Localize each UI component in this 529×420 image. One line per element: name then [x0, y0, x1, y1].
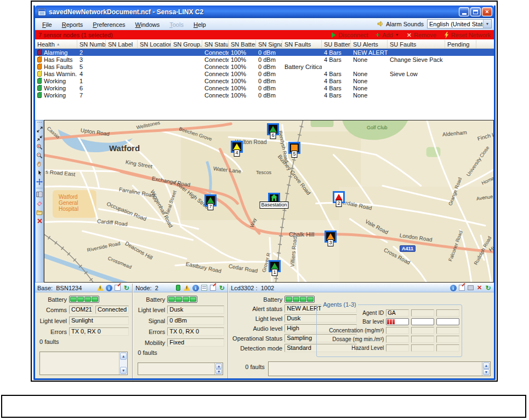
- eraser-icon[interactable]: [36, 200, 43, 206]
- node-marker-basestation[interactable]: Basestation: [268, 193, 280, 205]
- column-header-sn-label[interactable]: SN Label: [106, 40, 138, 48]
- edit-icon[interactable]: [458, 284, 465, 291]
- column-header-sn-battery[interactable]: SN Battery: [229, 40, 256, 48]
- toolbar-grip: ⋯: [37, 121, 42, 124]
- faults-count: 0 faults: [39, 338, 129, 345]
- warning-icon[interactable]: [183, 284, 190, 291]
- node-marker-1[interactable]: 1: [269, 260, 281, 272]
- list-icon[interactable]: [201, 284, 208, 291]
- node-marker-5[interactable]: 5: [288, 142, 300, 154]
- add-button[interactable]: +Add▼: [376, 32, 399, 38]
- delete-x-icon[interactable]: [36, 217, 43, 224]
- cell-sn_faults: Battery Critical: [282, 64, 322, 70]
- menu-item-reports[interactable]: Reports: [57, 20, 88, 30]
- column-header-sn-faults[interactable]: SN Faults: [282, 40, 322, 48]
- menu-item-file[interactable]: File: [37, 20, 57, 30]
- maximize-button[interactable]: [470, 7, 481, 16]
- column-header-su-alerts[interactable]: SU Alerts: [351, 40, 388, 48]
- scrollbar[interactable]: ▲ ▼: [482, 362, 490, 376]
- delete-icon[interactable]: ✕: [476, 284, 483, 291]
- scroll-down-icon[interactable]: ▼: [483, 369, 490, 376]
- menu-item-help[interactable]: Help: [189, 20, 211, 30]
- zoom-in-icon[interactable]: [36, 143, 43, 150]
- pan-icon[interactable]: [36, 161, 43, 168]
- cell-su_alerts: None: [351, 71, 388, 77]
- column-header-sn-status[interactable]: SN Status: [202, 40, 229, 48]
- table-row[interactable]: Working1Connected100%0 dBm4 BarsNone: [35, 77, 494, 84]
- expand-icon[interactable]: [36, 126, 43, 133]
- table-row[interactable]: Has Warnin..4Connected100%0 dBm4 BarsNon…: [35, 70, 494, 77]
- menu-item-windows[interactable]: Windows: [130, 20, 165, 30]
- cell-su_faults: Change Sieve Pack: [388, 56, 445, 63]
- cell-health: Has Faults: [35, 64, 77, 70]
- table-row[interactable]: Working7Connected100%0 dBm4 BarsNone: [35, 91, 494, 99]
- collapse-icon[interactable]: [36, 135, 43, 141]
- table-row[interactable]: Alarming2Connected100%0 dBm4 BarsNEW ALE…: [35, 49, 494, 56]
- column-header-pending[interactable]: Pending: [445, 40, 476, 48]
- refresh-icon[interactable]: ↻: [218, 284, 225, 291]
- map-canvas[interactable]: WatfordCassioUpton RoadWellstonesBeechen…: [44, 120, 494, 283]
- edit-icon[interactable]: [209, 284, 217, 291]
- folder-icon[interactable]: [36, 209, 43, 215]
- field-row: Signal0 dBm: [136, 317, 224, 325]
- cell-su_faults: Sieve Low: [388, 71, 445, 77]
- agent-field-value: [411, 309, 434, 317]
- column-header-su-faults[interactable]: SU Faults: [388, 40, 445, 48]
- table-row[interactable]: Working6Connected100%0 dBm4 BarsNone: [35, 84, 494, 91]
- speaker-icon: [377, 21, 384, 27]
- column-header-health[interactable]: Health▲: [35, 40, 77, 48]
- scroll-down-icon[interactable]: ▼: [215, 369, 222, 375]
- column-header-sn-number[interactable]: SN Number: [77, 40, 106, 48]
- table-row[interactable]: Has Faults5Connected100%0 dBmBattery Cri…: [35, 63, 494, 70]
- field-label: Comms: [38, 307, 67, 313]
- layers-icon[interactable]: [36, 191, 43, 198]
- column-header-su-battery[interactable]: SU Battery: [322, 40, 351, 48]
- zoom-out-icon[interactable]: [36, 152, 43, 159]
- refresh-icon[interactable]: ↻: [485, 284, 492, 291]
- scrollbar[interactable]: ▲ ▼: [119, 352, 127, 375]
- node-marker-6[interactable]: 6: [267, 123, 279, 135]
- info-icon[interactable]: i: [450, 284, 457, 291]
- alarm-sounds-button[interactable]: Alarm Sounds: [377, 21, 424, 27]
- edit-icon[interactable]: [114, 284, 121, 291]
- select-arrow-icon[interactable]: [36, 170, 43, 176]
- column-header-sn-group-[interactable]: SN Group...: [171, 40, 202, 48]
- faults-list[interactable]: ▲ ▼: [268, 361, 491, 376]
- refresh-icon[interactable]: ↻: [123, 284, 130, 291]
- chevron-down-icon[interactable]: ▼: [483, 20, 491, 28]
- cell-su_alerts: None: [351, 56, 388, 63]
- columns-icon[interactable]: [467, 284, 474, 291]
- info-icon[interactable]: i: [192, 284, 199, 291]
- language-select[interactable]: English (United State ▼: [427, 19, 492, 28]
- warning-icon[interactable]: [96, 284, 104, 291]
- scroll-up-icon[interactable]: ▲: [483, 363, 490, 369]
- faults-list[interactable]: ▲ ▼: [39, 352, 128, 375]
- cell-sn_status: Connected: [202, 49, 229, 56]
- table-row[interactable]: Has Faults3Connected100%0 dBm4 BarsNoneC…: [35, 56, 494, 63]
- faults-list[interactable]: ▲ ▼: [138, 363, 223, 375]
- cell-su_alerts: NEW ALERT: [351, 49, 388, 56]
- remove-button[interactable]: ✕Remove: [407, 32, 436, 38]
- node-marker-2[interactable]: 2: [333, 191, 345, 203]
- battery-icon[interactable]: [174, 284, 181, 291]
- column-header-sn-location[interactable]: SN Location: [138, 40, 171, 48]
- base-id: BSN1234: [56, 285, 82, 291]
- scroll-up-icon[interactable]: ▲: [120, 353, 127, 360]
- close-button[interactable]: ×: [482, 7, 492, 16]
- field-label: Alert status: [232, 306, 282, 312]
- detector-title: Lcd3302 :: [231, 285, 257, 291]
- node-marker-3[interactable]: 3: [325, 231, 337, 243]
- info-icon[interactable]: i: [105, 284, 112, 291]
- node-marker-4[interactable]: 4: [231, 141, 243, 153]
- column-header-sn-signal[interactable]: SN Signal: [256, 40, 282, 48]
- scroll-down-icon[interactable]: ▼: [120, 367, 127, 374]
- reset-network-button[interactable]: Reset Network: [444, 32, 491, 38]
- scrollbar[interactable]: ▲ ▼: [214, 363, 223, 375]
- menu-item-preferences[interactable]: Preferences: [88, 20, 130, 30]
- disconnect-button[interactable]: Disconnect: [332, 32, 368, 38]
- scroll-up-icon[interactable]: ▲: [215, 364, 222, 369]
- move-icon[interactable]: [36, 179, 43, 185]
- node-marker-7[interactable]: 7: [204, 194, 217, 206]
- alert-toolbar: 7 sensor nodes (1 selected) Disconnect+A…: [35, 30, 494, 39]
- minimize-button[interactable]: [459, 7, 469, 16]
